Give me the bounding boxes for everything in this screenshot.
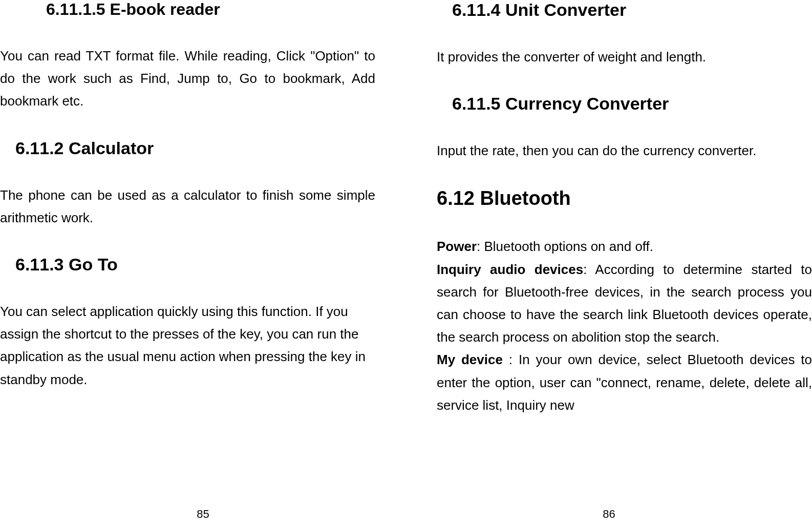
section-calculator: 6.11.2 Calculator The phone can be used … [0,118,375,229]
section-bluetooth: 6.12 Bluetooth Power: Bluetooth options … [437,167,812,416]
heading-ebook-reader: 6.11.1.5 E-book reader [0,0,375,19]
section-goto: 6.11.3 Go To You can select application … [0,234,375,391]
body-bluetooth-mydevice: My device : In your own device, select B… [437,348,812,416]
heading-bluetooth: 6.12 Bluetooth [437,187,812,209]
section-unit-converter: 6.11.4 Unit Converter It provides the co… [437,0,812,68]
body-unit-converter: It provides the converter of weight and … [437,46,812,68]
heading-calculator: 6.11.2 Calculator [0,138,375,158]
body-bluetooth-power: Power: Bluetooth options on and off. [437,235,812,258]
label-mydevice: My device [437,352,503,367]
body-bluetooth-inquiry: Inquiry audio devices: According to dete… [437,258,812,349]
body-goto: You can select application quickly using… [0,300,375,391]
heading-goto: 6.11.3 Go To [0,255,375,275]
heading-currency-converter: 6.11.5 Currency Converter [437,94,812,114]
heading-unit-converter: 6.11.4 Unit Converter [437,0,812,20]
body-calculator: The phone can be used as a calculator to… [0,184,375,229]
page-number-right: 86 [603,508,615,521]
section-currency-converter: 6.11.5 Currency Converter Input the rate… [437,73,812,162]
page-left: 6.11.1.5 E-book reader You can read TXT … [0,0,406,525]
label-power: Power [437,239,477,254]
page-right: 6.11.4 Unit Converter It provides the co… [406,0,812,525]
body-ebook-reader: You can read TXT format file. While read… [0,45,375,113]
text-power: : Bluetooth options on and off. [477,239,653,254]
page-number-left: 85 [197,508,209,521]
body-currency-converter: Input the rate, then you can do the curr… [437,139,812,162]
label-inquiry: Inquiry audio devices [437,262,583,277]
section-ebook-reader: 6.11.1.5 E-book reader You can read TXT … [0,0,375,113]
